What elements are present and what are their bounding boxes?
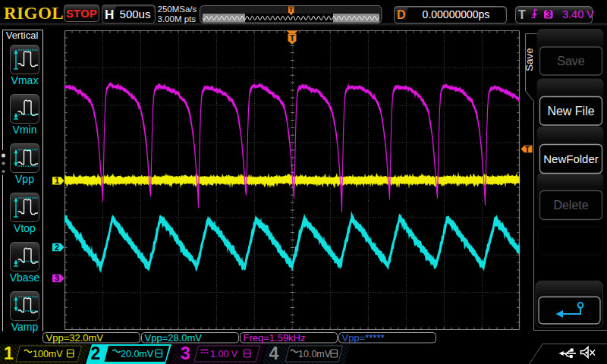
svg-text:0.00000000ps: 0.00000000ps — [423, 8, 490, 20]
svg-text:Vbase: Vbase — [10, 271, 40, 284]
svg-text:Vmax: Vmax — [11, 74, 39, 86]
svg-text:Vmin: Vmin — [13, 124, 37, 136]
svg-text:2: 2 — [55, 243, 59, 252]
svg-text:NewFolder: NewFolder — [543, 152, 599, 165]
svg-text:Vpp=28.0mV: Vpp=28.0mV — [145, 332, 203, 344]
svg-text:3: 3 — [181, 344, 190, 363]
svg-text:1: 1 — [4, 344, 14, 363]
svg-text:500us: 500us — [120, 8, 151, 20]
svg-text:Vpp: Vpp — [15, 173, 34, 185]
svg-text:2: 2 — [91, 344, 101, 363]
svg-text:1: 1 — [55, 176, 59, 185]
svg-text:10.0mV: 10.0mV — [298, 349, 332, 359]
svg-text:Freq=1.59kHz: Freq=1.59kHz — [244, 332, 306, 344]
svg-text:Save: Save — [557, 55, 585, 67]
svg-text:Vpp=*****: Vpp=***** — [342, 332, 385, 344]
svg-text:1.00 V: 1.00 V — [210, 349, 238, 359]
svg-text:T: T — [518, 8, 526, 21]
svg-text:Vamp: Vamp — [11, 321, 39, 333]
svg-text:Vertical: Vertical — [6, 30, 39, 41]
svg-text:4: 4 — [269, 344, 279, 363]
svg-text:100mV: 100mV — [33, 349, 63, 359]
svg-text:T: T — [525, 146, 530, 154]
svg-text:D: D — [397, 8, 406, 21]
svg-text:T: T — [289, 6, 294, 14]
svg-text:RIGOL: RIGOL — [4, 4, 64, 23]
svg-text:3: 3 — [55, 274, 59, 283]
svg-text:Delete: Delete — [553, 199, 588, 212]
svg-text:Vtop: Vtop — [14, 222, 36, 234]
svg-text:3: 3 — [546, 9, 551, 20]
svg-text:T: T — [290, 33, 295, 42]
svg-text:3.40 V: 3.40 V — [562, 8, 594, 20]
svg-text:Vpp=32.0mV: Vpp=32.0mV — [46, 332, 104, 344]
svg-text:New File: New File — [547, 105, 594, 118]
svg-text:STOP: STOP — [66, 8, 97, 20]
svg-text:H: H — [105, 8, 114, 22]
svg-text:Save: Save — [524, 48, 535, 71]
svg-text:250MSa/s: 250MSa/s — [158, 5, 197, 14]
svg-text:3.00M pts: 3.00M pts — [158, 14, 197, 24]
svg-text:20.0mV: 20.0mV — [121, 349, 154, 359]
